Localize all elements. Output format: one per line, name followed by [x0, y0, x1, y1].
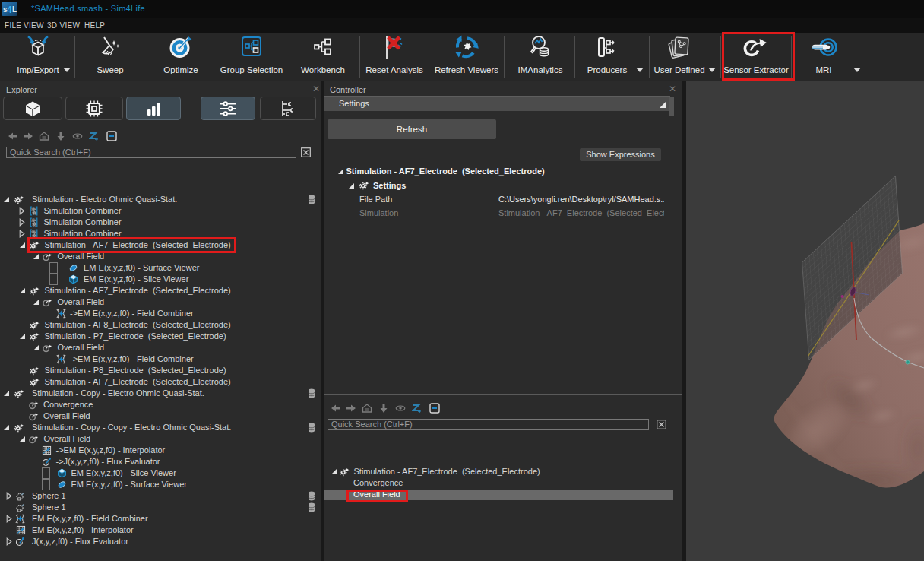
- svg-text:4: 4: [7, 5, 12, 15]
- svg-text:L: L: [12, 5, 17, 14]
